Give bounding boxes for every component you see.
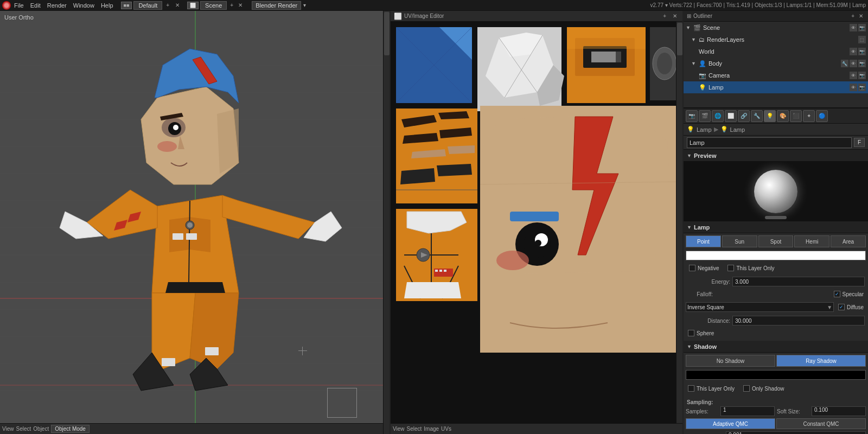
uv-select-menu[interactable]: Select [407, 426, 422, 432]
outliner-icon: ⊞ [687, 13, 691, 19]
this-layer-only-row: This Layer Only [725, 263, 776, 273]
world-eye-icon[interactable]: 👁 [850, 48, 857, 55]
samples-value[interactable]: 1 [720, 406, 775, 416]
outliner-item-lamp[interactable]: 💡 Lamp 👁 📷 [684, 81, 868, 93]
scene-expand[interactable]: + [228, 2, 235, 9]
uv-scrollbar-v[interactable] [676, 22, 682, 434]
body-eye-icon[interactable]: 👁 [850, 60, 857, 67]
uv-expand[interactable]: + [661, 12, 668, 20]
menu-edit[interactable]: Edit [30, 2, 41, 9]
engine-selector[interactable]: Blender Render [252, 1, 301, 10]
shadow-color-row [684, 370, 868, 380]
uv-close[interactable]: ✕ [671, 12, 679, 20]
prop-texture-icon[interactable]: ⬛ [790, 110, 802, 122]
sphere-checkbox[interactable] [688, 330, 694, 336]
viewport-scrollbar-v[interactable] [383, 11, 390, 434]
uv-view-menu[interactable]: View [393, 426, 405, 432]
prop-modifier-icon[interactable]: 🔧 [751, 110, 763, 122]
view-menu[interactable]: View [2, 426, 14, 432]
layout-name[interactable]: Default [133, 1, 162, 10]
outliner-item-world[interactable]: World 👁 📷 [684, 46, 868, 58]
rl-expand-icon[interactable]: ▼ [691, 37, 697, 42]
lamp-eye-icon[interactable]: 👁 [850, 84, 857, 91]
lamp-type-hemi[interactable]: Hemi [794, 235, 829, 247]
distance-value[interactable]: 30.000 [732, 316, 865, 326]
empty-object-outline [327, 388, 357, 418]
prop-physics-icon[interactable]: 🔵 [816, 110, 828, 122]
cam-eye-icon[interactable]: 👁 [850, 72, 857, 79]
shadow-section-header[interactable]: ▼ Shadow [684, 341, 868, 353]
blender-logo[interactable] [2, 1, 11, 10]
menu-file[interactable]: File [14, 2, 24, 9]
lamp-type-area[interactable]: Area [831, 235, 866, 247]
prop-object-icon[interactable]: ⬜ [725, 110, 737, 122]
constant-qmc-btn[interactable]: Constant QMC [776, 418, 866, 429]
layout-close[interactable]: ✕ [173, 2, 182, 9]
scene-expand-icon[interactable]: ▼ [686, 25, 691, 30]
prop-world-icon[interactable]: 🌐 [712, 110, 724, 122]
3d-viewport[interactable]: User Ortho [0, 11, 391, 434]
threshold-row: Threshold: 0.001 [684, 431, 868, 434]
preview-scrollbar[interactable] [765, 216, 787, 219]
body-render-icon[interactable]: 📷 [858, 60, 866, 67]
lamp-render-icon[interactable]: 📷 [858, 84, 866, 91]
energy-value[interactable]: 3.000 [732, 277, 865, 286]
body-modifier-icon[interactable]: 🔧 [841, 60, 848, 67]
shadow-layer-checkbox[interactable] [688, 385, 694, 392]
lamp-section-header[interactable]: ▼ Lamp [684, 221, 868, 233]
cam-render-icon[interactable]: 📷 [858, 72, 866, 79]
lamp-type-point[interactable]: Point [686, 235, 721, 247]
layout-expand[interactable]: + [164, 2, 171, 9]
uv-image-menu[interactable]: Image [424, 426, 439, 432]
prop-scene-icon[interactable]: 🎬 [699, 110, 711, 122]
soft-size-value[interactable]: 0.100 [812, 406, 866, 416]
prop-constraint-icon[interactable]: 🔗 [738, 110, 750, 122]
scene-close[interactable]: ✕ [237, 2, 244, 9]
adaptive-qmc-btn[interactable]: Adaptive QMC [686, 418, 775, 429]
prop-particles-icon[interactable]: ✦ [803, 110, 815, 122]
no-shadow-btn[interactable]: No Shadow [686, 355, 775, 367]
outliner-expand-btn[interactable]: + [850, 13, 856, 19]
threshold-value[interactable]: 0.001 [726, 431, 866, 434]
select-menu[interactable]: Select [16, 426, 31, 432]
lamp-type-spot[interactable]: Spot [758, 235, 794, 247]
body-expand-icon[interactable]: ▼ [691, 61, 697, 66]
eye-icon[interactable]: 👁 [850, 24, 857, 31]
scene-name[interactable]: Scene [200, 1, 227, 10]
diffuse-checkbox[interactable] [838, 304, 845, 310]
menu-window[interactable]: Window [73, 2, 94, 9]
svg-point-45 [173, 125, 178, 130]
lamp-type-sun[interactable]: Sun [722, 235, 757, 247]
lamp-name-input[interactable] [687, 137, 852, 148]
outliner-item-renderlayers[interactable]: ▼ 🗂 RenderLayers ⬚ [684, 34, 868, 46]
outliner-close-btn[interactable]: ✕ [857, 13, 865, 19]
this-layer-only-checkbox[interactable] [727, 265, 734, 271]
menu-render[interactable]: Render [47, 2, 67, 9]
outliner-item-camera[interactable]: 📷 Camera 👁 📷 [684, 69, 868, 81]
object-menu[interactable]: Object [33, 426, 49, 432]
negative-checkbox[interactable] [689, 265, 695, 271]
outliner-item-scene[interactable]: ▼ 🎬 Scene 👁 📷 [684, 22, 868, 34]
uv-uvs-menu[interactable]: UVs [441, 426, 451, 432]
falloff-dropdown[interactable]: Inverse Square ▼ [686, 302, 834, 312]
rl-icon1[interactable]: ⬚ [858, 36, 866, 43]
lamp-fake-user-btn[interactable]: F [854, 138, 865, 147]
menu-help[interactable]: Help [101, 2, 113, 9]
shadow-color-swatch[interactable] [686, 370, 866, 380]
prop-render-icon[interactable]: 📷 [686, 110, 698, 122]
ray-shadow-btn[interactable]: Ray Shadow [776, 355, 866, 367]
uv-canvas-area[interactable] [391, 22, 682, 434]
render-icon[interactable]: 📷 [858, 24, 866, 31]
distance-label: Distance: [687, 318, 730, 324]
preview-section-header[interactable]: ▼ Preview [684, 150, 868, 162]
svg-rect-77 [591, 52, 618, 62]
prop-data-icon[interactable]: 💡 [764, 110, 776, 122]
world-render-icon[interactable]: 📷 [858, 48, 866, 55]
lamp-color-swatch[interactable] [686, 251, 866, 260]
mode-selector[interactable]: Object Mode [51, 425, 90, 433]
engine-expand[interactable]: ▾ [303, 2, 306, 8]
prop-material-icon[interactable]: 🎨 [777, 110, 789, 122]
specular-checkbox[interactable] [834, 291, 840, 297]
only-shadow-checkbox[interactable] [743, 385, 750, 392]
outliner-item-body[interactable]: ▼ 👤 Body 🔧 👁 📷 [684, 58, 868, 69]
